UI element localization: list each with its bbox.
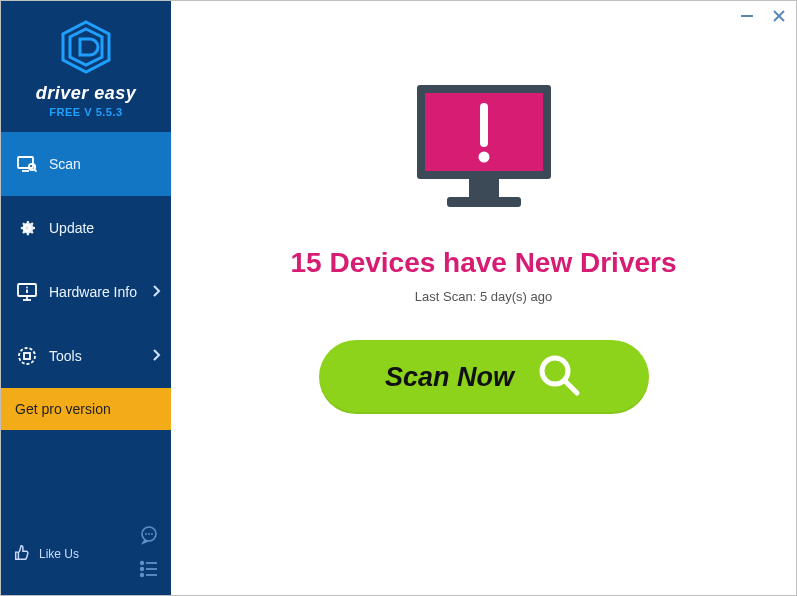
svg-point-11 <box>19 348 35 364</box>
scan-icon <box>15 154 39 174</box>
window-controls <box>738 7 788 25</box>
scan-now-label: Scan Now <box>385 362 514 393</box>
scan-now-button[interactable]: Scan Now <box>319 340 649 414</box>
svg-point-21 <box>141 574 144 577</box>
sidebar-item-label: Tools <box>49 348 82 364</box>
brand-name: driver easy <box>1 83 171 104</box>
app-window: driver easy FREE V 5.5.3 Scan <box>0 0 797 596</box>
sidebar-item-scan[interactable]: Scan <box>1 132 171 196</box>
sidebar-item-label: Hardware Info <box>49 284 137 300</box>
logo-block: driver easy FREE V 5.5.3 <box>1 1 171 132</box>
sidebar-item-label: Update <box>49 220 94 236</box>
svg-point-4 <box>29 164 35 170</box>
sidebar-item-update[interactable]: Update <box>1 196 171 260</box>
status-monitor-icon <box>399 79 569 223</box>
like-us-button[interactable]: Like Us <box>13 544 79 565</box>
svg-line-33 <box>565 381 577 393</box>
chevron-right-icon <box>153 284 161 300</box>
magnifier-icon <box>536 352 582 402</box>
get-pro-button[interactable]: Get pro version <box>1 388 171 430</box>
svg-point-31 <box>478 152 489 163</box>
sidebar-item-tools[interactable]: Tools <box>1 324 171 388</box>
chevron-right-icon <box>153 348 161 364</box>
svg-point-14 <box>145 533 147 535</box>
minimize-button[interactable] <box>738 7 756 25</box>
monitor-info-icon <box>15 282 39 302</box>
svg-point-15 <box>148 533 150 535</box>
tools-icon <box>15 346 39 366</box>
sidebar-item-label: Scan <box>49 156 81 172</box>
svg-line-5 <box>34 169 36 171</box>
sidebar: driver easy FREE V 5.5.3 Scan <box>1 1 171 595</box>
scan-result-headline: 15 Devices have New Drivers <box>290 247 676 279</box>
close-button[interactable] <box>770 7 788 25</box>
svg-rect-2 <box>18 157 33 168</box>
get-pro-label: Get pro version <box>15 401 111 417</box>
sidebar-footer: Like Us <box>1 515 171 595</box>
gear-icon <box>15 218 39 238</box>
settings-list-icon[interactable] <box>139 559 159 583</box>
last-scan-text: Last Scan: 5 day(s) ago <box>415 289 552 304</box>
brand-logo-icon <box>58 61 114 78</box>
svg-point-19 <box>141 568 144 571</box>
sidebar-nav: Scan Update <box>1 132 171 430</box>
svg-point-9 <box>26 287 28 289</box>
sidebar-item-hardware-info[interactable]: Hardware Info <box>1 260 171 324</box>
footer-icons <box>139 525 159 583</box>
like-us-label: Like Us <box>39 547 79 561</box>
brand-version: FREE V 5.5.3 <box>1 106 171 118</box>
sidebar-spacer <box>1 430 171 515</box>
feedback-icon[interactable] <box>139 525 159 549</box>
svg-rect-29 <box>447 197 521 207</box>
svg-rect-28 <box>469 179 499 197</box>
svg-point-17 <box>141 562 144 565</box>
thumbs-up-icon <box>13 544 31 565</box>
svg-rect-12 <box>24 353 30 359</box>
svg-point-16 <box>151 533 153 535</box>
main-panel: 15 Devices have New Drivers Last Scan: 5… <box>171 1 796 595</box>
